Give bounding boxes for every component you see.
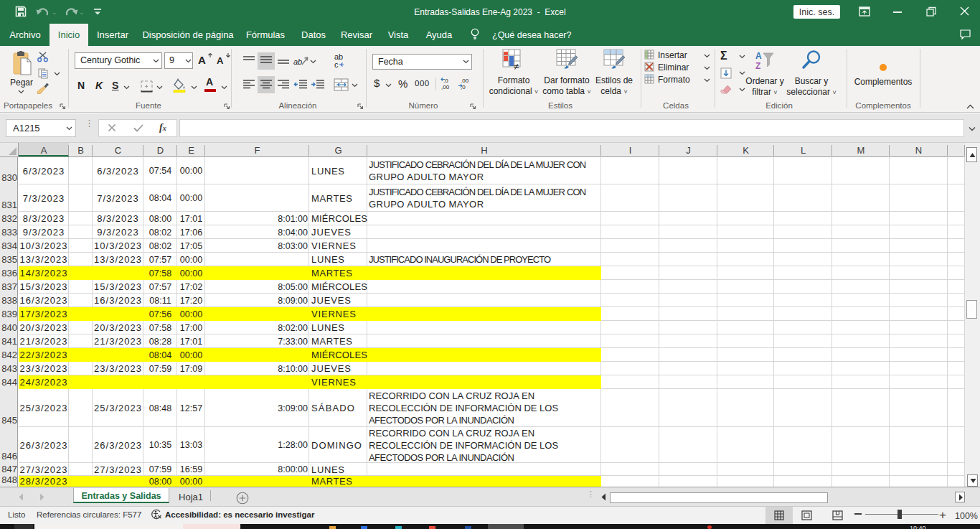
svg-text:c: c (334, 60, 339, 69)
svg-text:ab: ab (293, 57, 302, 66)
svg-text:.0: .0 (443, 78, 448, 84)
svg-text:Z: Z (755, 61, 760, 70)
svg-text:.00: .00 (461, 78, 469, 84)
svg-text:≠: ≠ (514, 61, 519, 70)
svg-text:,00: ,00 (441, 84, 450, 90)
svg-text:A: A (755, 51, 762, 61)
